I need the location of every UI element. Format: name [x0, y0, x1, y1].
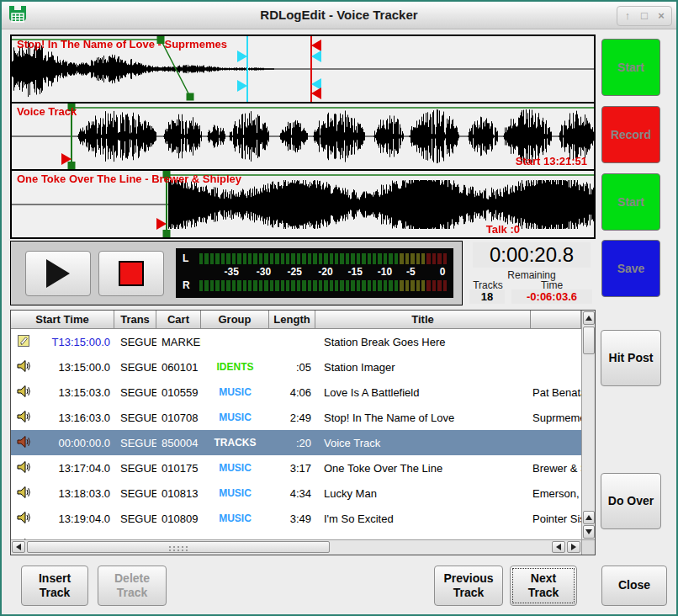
scrollbar-corner: [581, 539, 595, 555]
meter-segment: [411, 253, 414, 264]
scroll-down-button[interactable]: [583, 525, 595, 539]
log-row[interactable]: 13:17:04.0SEGUE010175MUSIC3:17One Toke O…: [11, 455, 581, 481]
start-button-top[interactable]: Start: [601, 39, 660, 96]
start-button-bottom[interactable]: Start: [601, 173, 660, 231]
meter-segment: [226, 280, 230, 291]
cell-cart: 010813: [156, 487, 201, 500]
meter-segment: [253, 253, 257, 264]
scroll-right-button[interactable]: [567, 541, 580, 553]
cell-title: Voice Track: [315, 437, 531, 449]
audio-meter: L -35-30-25-20-15-10-50 R: [176, 248, 453, 298]
meter-segment: [405, 253, 409, 264]
horizontal-scroll-thumb[interactable]: [27, 541, 330, 553]
cell-start-time: 13:15:00.0: [41, 361, 114, 374]
col-artist[interactable]: [531, 311, 581, 329]
segue-marker-top[interactable]: [311, 40, 321, 51]
meter-segment: [405, 280, 409, 291]
scroll-left-button[interactable]: [12, 541, 25, 553]
previous-track-button[interactable]: Previous Track: [434, 566, 503, 606]
stop-button[interactable]: [98, 251, 164, 296]
meter-left-segments: [199, 253, 447, 264]
col-cart[interactable]: Cart: [156, 311, 201, 329]
play-button[interactable]: [25, 251, 91, 296]
talk-marker-bottom[interactable]: [237, 80, 247, 92]
meter-segment: [270, 280, 273, 291]
start-marker-triangle-3[interactable]: [156, 218, 167, 230]
cell-cart: 850004: [156, 437, 201, 449]
talk-end-marker-bottom[interactable]: [311, 78, 321, 90]
meter-scale-tick: -30: [257, 266, 271, 278]
talk-marker-top[interactable]: [237, 50, 247, 62]
scroll-up-button-2[interactable]: [583, 511, 595, 524]
stop-icon: [119, 261, 144, 286]
meter-segment: [416, 253, 420, 264]
col-group[interactable]: Group: [201, 311, 269, 329]
close-icon[interactable]: ×: [653, 8, 670, 24]
vertical-scrollbar[interactable]: [581, 311, 595, 539]
scroll-left-button-2[interactable]: [552, 541, 565, 553]
meter-segment: [437, 253, 441, 264]
meter-segment: [421, 253, 425, 264]
meter-segment: [335, 253, 338, 264]
scroll-up-button[interactable]: [583, 311, 595, 325]
log-row[interactable]: 13:18:03.0SEGUE010813MUSIC4:34Lucky ManE…: [11, 481, 581, 506]
col-length[interactable]: Length: [269, 311, 315, 329]
cell-title: Love Is A Battlefield: [315, 386, 531, 399]
cell-cart: 010559: [156, 386, 201, 399]
log-row[interactable]: 13:15:03.0SEGUE010559MUSIC4:06Love Is A …: [11, 380, 581, 405]
meter-segment: [443, 253, 447, 264]
maximize-icon[interactable]: □: [636, 8, 653, 24]
col-title[interactable]: Title: [315, 311, 531, 329]
col-start-time[interactable]: Start Time: [11, 311, 114, 329]
meter-scale-tick: -20: [318, 266, 332, 278]
hit-post-button[interactable]: Hit Post: [601, 330, 661, 386]
cell-length: 3:17: [269, 462, 315, 475]
next-track-button[interactable]: Next Track: [510, 566, 577, 606]
meter-left-label: L: [183, 253, 194, 264]
log-row[interactable]: 13:19:04.0SEGUE010809MUSIC3:49I'm So Exc…: [11, 506, 581, 531]
track1-title: Stop! In The Name of Love - Suprmemes: [17, 38, 227, 50]
meter-segment: [232, 253, 236, 264]
horizontal-scrollbar[interactable]: [11, 539, 581, 555]
log-row[interactable]: T13:15:00.0SEGUEMARKERStation Break Goes…: [11, 329, 581, 354]
meter-segment: [357, 253, 360, 264]
cell-length: 2:49: [269, 412, 315, 424]
meter-segment: [259, 280, 262, 291]
meter-segment: [259, 253, 262, 264]
close-button[interactable]: Close: [601, 566, 667, 606]
vertical-scroll-thumb[interactable]: [583, 327, 595, 354]
segue-marker-bottom[interactable]: [311, 88, 321, 99]
talk-end-marker-top[interactable]: [311, 50, 321, 62]
fade-handle-bottom[interactable]: [187, 93, 194, 101]
track-next-cart[interactable]: One Toke Over The Line - Brewer & Shiple…: [12, 171, 594, 237]
meter-segment: [204, 280, 208, 291]
meter-segment: [426, 280, 430, 291]
track-previous-cart[interactable]: Stop! In The Name of Love - Suprmemes: [12, 36, 594, 104]
meter-segment: [308, 280, 311, 291]
log-row[interactable]: 13:15:00.0SEGUE060101IDENTS:05Station Im…: [11, 354, 581, 380]
cell-start-time: 13:17:04.0: [41, 462, 114, 475]
meter-segment: [215, 253, 219, 264]
meter-segment: [253, 280, 257, 291]
cell-start-time: 13:15:03.0: [41, 386, 114, 399]
col-trans[interactable]: Trans: [114, 311, 156, 329]
start-handle-bottom[interactable]: [68, 162, 76, 169]
cell-trans: SEGUE: [114, 487, 156, 500]
meter-segment: [291, 253, 294, 264]
meter-segment: [351, 253, 354, 264]
meter-segment: [210, 280, 214, 291]
track2-markers[interactable]: [12, 104, 594, 169]
do-over-button[interactable]: Do Over: [601, 473, 661, 529]
shade-icon[interactable]: ↑: [619, 8, 636, 24]
meter-scale-tick: -25: [288, 266, 302, 278]
track-voice[interactable]: Voice Track Start 13:21:51: [12, 104, 594, 171]
start-handle-bottom-3[interactable]: [163, 230, 171, 237]
save-button[interactable]: Save: [601, 240, 660, 297]
log-row-selected[interactable]: 00:00:00.0SEGUE850004TRACKS:20Voice Trac…: [11, 430, 581, 455]
speaker-icon: [11, 460, 41, 476]
record-button[interactable]: Record: [601, 106, 660, 163]
log-table: Start Time Trans Cart Group Length Title…: [10, 310, 596, 555]
log-row[interactable]: 13:16:03.0SEGUE010708MUSIC2:49Stop! In T…: [11, 405, 581, 430]
meter-segment: [264, 253, 267, 264]
insert-track-button[interactable]: Insert Track: [21, 566, 88, 606]
